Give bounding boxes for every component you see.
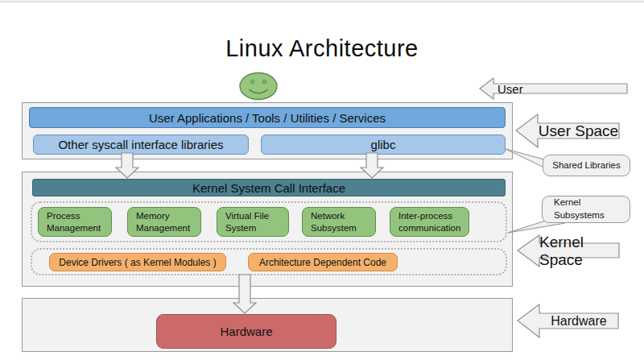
subsystem-label: Network Subsystem: [311, 210, 372, 234]
hardware-label-arrow: Hardware: [517, 304, 620, 338]
user-label: User: [497, 77, 523, 100]
architecture-dependent-code-box[interactable]: Architecture Dependent Code: [248, 253, 398, 271]
user-space-label-arrow: User Space: [515, 114, 621, 148]
kernel-syscall-interface-bar[interactable]: Kernel System Call Interface: [32, 179, 506, 196]
subsystem-interprocess-communication[interactable]: Inter-process communication: [390, 207, 469, 237]
glibc-box[interactable]: glibc: [261, 134, 506, 155]
shared-libraries-label: Shared Libraries: [552, 159, 620, 172]
syscall-libraries-box[interactable]: Other syscall interface libraries: [33, 134, 249, 155]
kernel-space-panel: Kernel System Call Interface Process Man…: [22, 172, 513, 287]
hardware-panel: Hardware: [22, 298, 513, 352]
hardware-box[interactable]: Hardware: [156, 314, 336, 349]
kernel-space-label: Kernel Space: [539, 234, 619, 267]
smiley-face-icon: [239, 72, 278, 101]
kernel-subsystems-callout: Kernel Subsystems: [542, 196, 630, 223]
subsystem-virtual-file-system[interactable]: Virtual File System: [217, 207, 289, 237]
kernel-subsystems-label-line1: Kernel: [554, 196, 630, 209]
subsystem-label: Inter-process communication: [398, 210, 465, 234]
linux-architecture-diagram: Linux Architecture User Applications / T…: [0, 0, 644, 364]
subsystem-label: Process Management: [47, 210, 108, 234]
user-space-label: User Space: [538, 114, 619, 148]
page-title: Linux Architecture: [0, 35, 644, 62]
device-drivers-box[interactable]: Device Drivers ( as Kernel Modules ): [49, 253, 226, 271]
syscall-libraries-label: Other syscall interface libraries: [58, 138, 223, 151]
user-applications-bar[interactable]: User Applications / Tools / Utilities / …: [29, 107, 506, 128]
user-label-arrow: User: [479, 77, 629, 100]
subsystem-process-management[interactable]: Process Management: [38, 207, 112, 237]
hardware-label: Hardware: [539, 304, 618, 338]
shared-libraries-callout: Shared Libraries: [543, 155, 630, 176]
subsystem-label: Memory Management: [136, 210, 197, 234]
user-applications-label: User Applications / Tools / Utilities / …: [149, 111, 386, 125]
subsystem-label: Virtual File System: [225, 210, 285, 234]
kernel-space-label-arrow: Kernel Space: [517, 234, 621, 267]
architecture-code-label: Architecture Dependent Code: [259, 257, 386, 268]
hardware-box-label: Hardware: [220, 325, 272, 338]
glibc-label: glibc: [371, 138, 396, 151]
kernel-subsystems-label-line2: Subsystems: [554, 209, 630, 222]
device-drivers-label: Device Drivers ( as Kernel Modules ): [59, 257, 216, 268]
user-space-panel: User Applications / Tools / Utilities / …: [22, 102, 513, 159]
top-divider: [0, 0, 644, 2]
subsystem-memory-management[interactable]: Memory Management: [127, 207, 201, 237]
subsystem-network-subsystem[interactable]: Network Subsystem: [302, 207, 376, 237]
kernel-syscall-interface-label: Kernel System Call Interface: [192, 181, 345, 195]
